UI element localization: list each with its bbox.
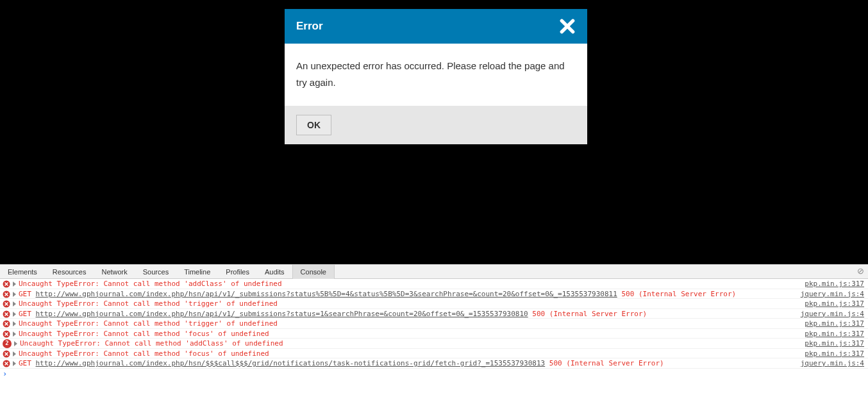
expand-icon[interactable]	[13, 312, 16, 317]
modal-body: An unexpected error has occurred. Please…	[285, 44, 587, 106]
expand-icon[interactable]	[13, 301, 16, 307]
console-line: GET http://www.gphjournal.com/index.php/…	[0, 309, 868, 319]
console-output: Uncaught TypeError: Cannot call method '…	[0, 279, 868, 395]
devtools-tab-network[interactable]: Network	[94, 265, 135, 279]
devtools-close-icon[interactable]: ⊘	[857, 266, 864, 276]
console-message: Uncaught TypeError: Cannot call method '…	[19, 349, 805, 359]
expand-icon[interactable]	[13, 292, 16, 297]
console-line: Uncaught TypeError: Cannot call method '…	[0, 329, 868, 339]
devtools-tab-console[interactable]: Console	[292, 265, 335, 279]
error-icon	[3, 360, 10, 367]
error-icon	[3, 280, 10, 288]
console-line: GET http://www.gphjournal.com/index.php/…	[0, 358, 868, 369]
console-message: Uncaught TypeError: Cannot call method '…	[19, 329, 805, 339]
devtools-tab-audits[interactable]: Audits	[257, 265, 292, 279]
source-link[interactable]: jquery.min.js:4	[801, 309, 864, 319]
source-link[interactable]: pkp.min.js:317	[805, 319, 864, 329]
expand-icon[interactable]	[13, 361, 16, 366]
source-link[interactable]: pkp.min.js:317	[805, 339, 864, 349]
request-url[interactable]: http://www.gphjournal.com/index.php/hsn/…	[36, 290, 617, 298]
error-icon	[3, 320, 10, 328]
devtools-tab-elements[interactable]: Elements	[0, 265, 45, 279]
prompt-icon: ›	[3, 369, 7, 378]
error-icon	[3, 310, 10, 318]
error-icon	[3, 330, 10, 338]
source-link[interactable]: jquery.min.js:4	[801, 289, 864, 299]
source-link[interactable]: pkp.min.js:317	[805, 279, 864, 289]
source-link[interactable]: pkp.min.js:317	[805, 329, 864, 339]
console-message: Uncaught TypeError: Cannot call method '…	[19, 279, 805, 289]
console-line: Uncaught TypeError: Cannot call method '…	[0, 349, 868, 359]
error-icon	[3, 350, 10, 358]
devtools-tab-profiles[interactable]: Profiles	[218, 265, 257, 279]
request-url[interactable]: http://www.gphjournal.com/index.php/hsn/…	[36, 310, 528, 318]
console-message: GET http://www.gphjournal.com/index.php/…	[19, 358, 801, 369]
devtools-tab-resources[interactable]: Resources	[45, 265, 94, 279]
expand-icon[interactable]	[14, 341, 17, 346]
console-message: Uncaught TypeError: Cannot call method '…	[20, 339, 805, 349]
devtools-tab-timeline[interactable]: Timeline	[176, 265, 218, 279]
source-link[interactable]: jquery.min.js:4	[801, 358, 864, 369]
modal-title: Error	[296, 20, 323, 33]
console-message: Uncaught TypeError: Cannot call method '…	[19, 319, 805, 329]
error-count-badge: 2	[3, 339, 12, 348]
error-icon	[3, 300, 10, 308]
console-message: Uncaught TypeError: Cannot call method '…	[19, 299, 805, 309]
error-modal: Error An unexpected error has occurred. …	[285, 9, 587, 144]
console-line: GET http://www.gphjournal.com/index.php/…	[0, 289, 868, 299]
error-icon	[3, 290, 10, 298]
devtools-tabs: ElementsResourcesNetworkSourcesTimelineP…	[0, 265, 868, 279]
expand-icon[interactable]	[13, 321, 16, 326]
request-url[interactable]: http://www.gphjournal.com/index.php/hsn/…	[36, 359, 546, 367]
console-line: Uncaught TypeError: Cannot call method '…	[0, 319, 868, 329]
console-prompt[interactable]: ›	[0, 369, 868, 379]
console-message: GET http://www.gphjournal.com/index.php/…	[19, 289, 801, 299]
console-line: Uncaught TypeError: Cannot call method '…	[0, 299, 868, 309]
close-icon[interactable]	[559, 18, 576, 35]
source-link[interactable]: pkp.min.js:317	[805, 349, 864, 359]
expand-icon[interactable]	[13, 332, 16, 337]
console-message: GET http://www.gphjournal.com/index.php/…	[19, 309, 801, 319]
modal-footer: OK	[285, 106, 587, 144]
source-link[interactable]: pkp.min.js:317	[805, 299, 864, 309]
console-line: 2Uncaught TypeError: Cannot call method …	[0, 339, 868, 349]
devtools-tab-sources[interactable]: Sources	[135, 265, 176, 279]
ok-button[interactable]: OK	[296, 115, 331, 135]
modal-header: Error	[285, 9, 587, 44]
expand-icon[interactable]	[13, 351, 16, 357]
expand-icon[interactable]	[13, 282, 16, 287]
console-line: Uncaught TypeError: Cannot call method '…	[0, 279, 868, 289]
devtools-panel: ElementsResourcesNetworkSourcesTimelineP…	[0, 264, 868, 395]
